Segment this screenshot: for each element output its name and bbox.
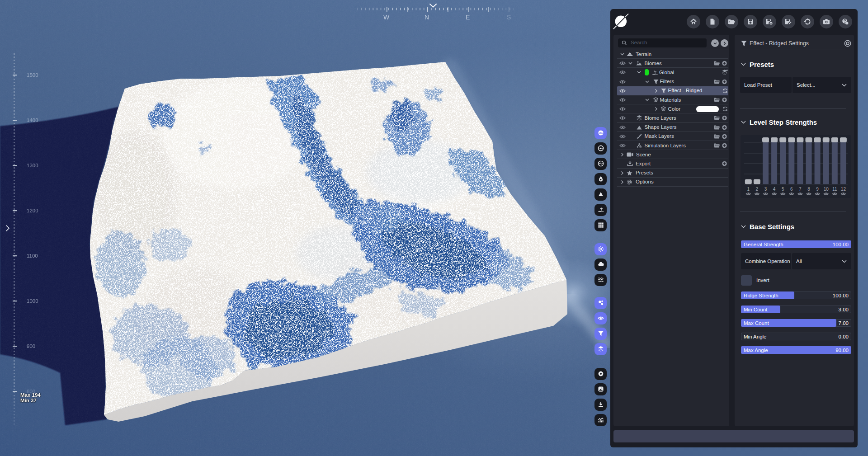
svg-text:8: 8 (807, 187, 810, 192)
svg-text:3: 3 (764, 187, 767, 192)
svg-text:2: 2 (756, 187, 759, 192)
svg-text:5: 5 (782, 187, 784, 192)
svg-text:7: 7 (799, 187, 802, 192)
svg-text:12: 12 (841, 187, 846, 192)
svg-text:4: 4 (773, 187, 776, 192)
svg-text:9: 9 (816, 187, 819, 192)
svg-text:6: 6 (790, 187, 793, 192)
svg-text:10: 10 (824, 187, 829, 192)
svg-text:1: 1 (747, 187, 750, 192)
svg-text:11: 11 (832, 187, 837, 192)
